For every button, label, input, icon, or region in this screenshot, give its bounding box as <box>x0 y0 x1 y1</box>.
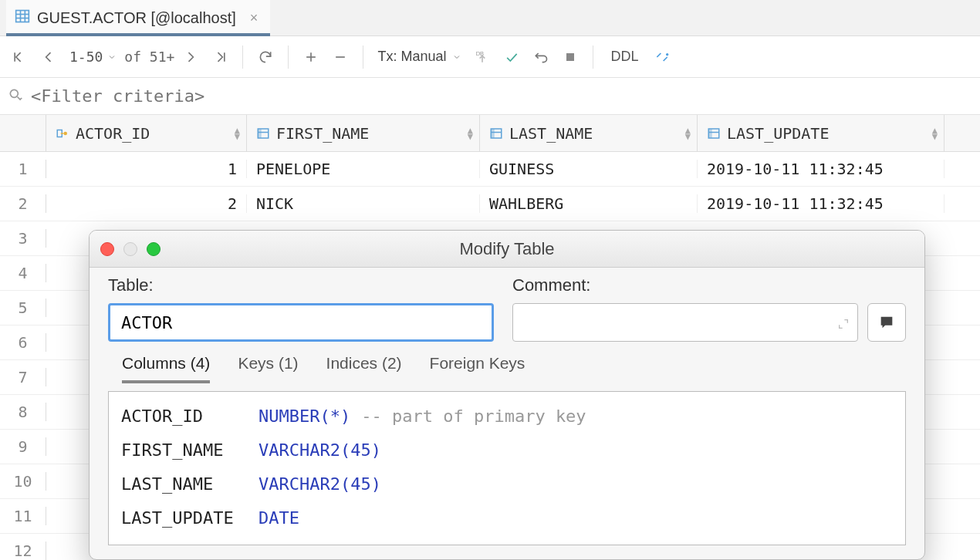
next-page-button[interactable] <box>177 43 204 71</box>
column-header-last-update[interactable]: LAST_UPDATE ▲▼ <box>698 115 945 151</box>
comment-input[interactable] <box>512 303 858 342</box>
range-text: 1-50 <box>69 49 103 65</box>
column-line[interactable]: ACTOR_IDNUMBER(*) -- part of primary key <box>121 400 893 433</box>
row-number: 8 <box>0 403 46 421</box>
sort-icon[interactable]: ▲▼ <box>932 127 938 140</box>
first-page-button[interactable] <box>6 43 32 71</box>
tx-label: Tx: Manual <box>377 49 446 65</box>
row-number: 11 <box>0 507 46 525</box>
remove-row-button[interactable] <box>327 43 353 71</box>
cell[interactable]: NICK <box>247 194 480 213</box>
row-number: 12 <box>0 541 46 560</box>
row-number: 3 <box>0 229 46 248</box>
stop-button[interactable] <box>557 43 583 71</box>
submit-button[interactable]: DB <box>469 43 495 71</box>
prev-page-button[interactable] <box>35 43 62 71</box>
table-row[interactable]: 22NICKWAHLBERG2019-10-11 11:32:45 <box>0 187 980 221</box>
row-number: 9 <box>0 437 46 456</box>
cell[interactable]: WAHLBERG <box>480 194 698 213</box>
chevron-down-icon <box>452 52 461 62</box>
close-icon[interactable]: × <box>250 10 259 26</box>
dialog-tabs: Columns (4) Keys (1) Indices (2) Foreign… <box>90 345 924 383</box>
table-name-input[interactable] <box>108 303 494 342</box>
column-icon <box>489 127 503 140</box>
of-text: of 51+ <box>124 49 174 65</box>
svg-point-12 <box>10 89 18 97</box>
page-range-dropdown[interactable]: 1-50 <box>65 49 121 65</box>
zoom-window-button[interactable] <box>147 242 161 256</box>
minimize-window-button[interactable] <box>123 242 137 256</box>
cell[interactable]: 1 <box>46 160 247 178</box>
window-controls <box>100 242 161 256</box>
cell[interactable]: 2019-10-11 11:32:45 <box>698 160 945 178</box>
column-icon <box>256 127 270 140</box>
svg-rect-19 <box>258 129 262 138</box>
columns-definition[interactable]: ACTOR_IDNUMBER(*) -- part of primary key… <box>108 391 906 545</box>
tab-foreign-keys[interactable]: Foreign Keys <box>430 354 525 383</box>
tab-title: GUEST.ACTOR [@localhost] <box>37 9 236 27</box>
sort-icon[interactable]: ▲▼ <box>235 127 240 140</box>
column-header-last-name[interactable]: LAST_NAME ▲▼ <box>480 115 698 151</box>
svg-point-15 <box>64 131 68 135</box>
key-column-icon <box>56 127 69 140</box>
row-number: 1 <box>0 160 46 178</box>
expand-icon[interactable] <box>837 315 850 335</box>
column-line[interactable]: LAST_UPDATEDATE <box>121 501 893 535</box>
editor-tab[interactable]: GUEST.ACTOR [@localhost] × <box>6 0 270 35</box>
commit-button[interactable] <box>498 43 525 71</box>
table-icon <box>14 8 31 28</box>
column-header-actor-id[interactable]: ACTOR_ID ▲▼ <box>46 115 247 151</box>
filter-bar <box>0 78 980 115</box>
row-number: 7 <box>0 368 46 386</box>
cell[interactable]: 2 <box>46 194 247 213</box>
column-line[interactable]: FIRST_NAMEVARCHAR2(45) <box>121 433 893 467</box>
row-number: 6 <box>0 333 46 352</box>
tab-keys[interactable]: Keys (1) <box>238 354 298 383</box>
editor-tabbar: GUEST.ACTOR [@localhost] × <box>0 0 980 36</box>
last-page-button[interactable] <box>207 43 233 71</box>
column-header-first-name[interactable]: FIRST_NAME ▲▼ <box>247 115 480 151</box>
search-icon[interactable] <box>8 87 23 105</box>
comment-label: Comment: <box>512 275 906 295</box>
filter-input[interactable] <box>31 86 972 106</box>
svg-rect-11 <box>566 53 574 61</box>
add-row-button[interactable] <box>298 43 324 71</box>
cell[interactable]: GUINESS <box>480 160 698 178</box>
table-name-label: Table: <box>108 275 494 295</box>
row-number: 2 <box>0 194 46 213</box>
comment-expand-button[interactable] <box>867 303 906 342</box>
cell[interactable]: PENELOPE <box>247 160 480 178</box>
settings-button[interactable] <box>649 43 675 71</box>
tab-indices[interactable]: Indices (2) <box>326 354 402 383</box>
close-window-button[interactable] <box>100 242 114 256</box>
cell[interactable]: 2019-10-11 11:32:45 <box>698 194 945 213</box>
column-line[interactable]: LAST_NAMEVARCHAR2(45) <box>121 467 893 501</box>
refresh-button[interactable] <box>252 43 279 71</box>
data-toolbar: 1-50 of 51+ Tx: Manual DB DDL <box>0 36 980 78</box>
rollback-button[interactable] <box>528 43 554 71</box>
svg-rect-22 <box>491 129 495 138</box>
table-row[interactable]: 11PENELOPEGUINESS2019-10-11 11:32:45 <box>0 152 980 187</box>
sort-icon[interactable]: ▲▼ <box>685 127 691 140</box>
column-icon <box>707 127 721 140</box>
dialog-title: Modify Table <box>459 239 554 259</box>
chevron-down-icon <box>107 52 117 62</box>
tab-columns[interactable]: Columns (4) <box>122 354 210 383</box>
tx-mode-dropdown[interactable]: Tx: Manual <box>373 49 466 65</box>
dialog-titlebar[interactable]: Modify Table <box>90 231 924 268</box>
row-number: 5 <box>0 299 46 317</box>
grid-header: ACTOR_ID ▲▼ FIRST_NAME ▲▼ LAST_NAME ▲▼ L… <box>0 115 980 152</box>
row-number: 4 <box>0 264 46 282</box>
svg-rect-25 <box>708 129 712 138</box>
ddl-button[interactable]: DDL <box>603 49 646 65</box>
sort-icon[interactable]: ▲▼ <box>468 127 473 140</box>
row-number: 10 <box>0 472 46 491</box>
svg-rect-0 <box>16 10 29 22</box>
modify-table-dialog: Modify Table Table: Comment: Columns (4)… <box>89 230 925 560</box>
